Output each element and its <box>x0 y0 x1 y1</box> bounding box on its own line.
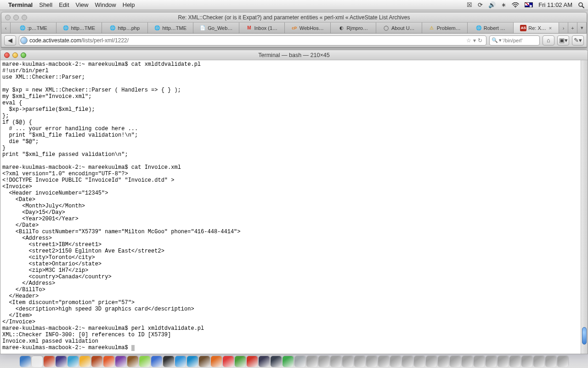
dock-app-icon[interactable] <box>509 356 520 367</box>
dock-app-icon[interactable] <box>283 356 294 367</box>
address-bar[interactable]: code.activestate.com /lists/perl-xml/122… <box>19 35 486 46</box>
search-field[interactable]: 🔍 ▾ '/bin/perl' <box>489 35 540 46</box>
flag-icon[interactable] <box>525 2 533 7</box>
dock-app-icon[interactable] <box>498 356 509 367</box>
menu-shell[interactable]: Shell <box>39 1 52 8</box>
tab-overflow-right[interactable]: › <box>559 23 568 33</box>
dock-app-icon[interactable] <box>486 356 497 367</box>
browser-tab[interactable]: 🌐http…TME <box>57 23 102 33</box>
dock-app-icon[interactable] <box>79 356 90 367</box>
browser-tab[interactable]: 🌐:p…TME <box>11 23 57 33</box>
dock-app-icon[interactable] <box>103 356 114 367</box>
notifications-icon[interactable]: ☒ <box>467 1 472 8</box>
dock-app-icon[interactable] <box>414 356 425 367</box>
wifi-icon[interactable] <box>512 2 519 8</box>
dock-app-icon[interactable] <box>20 356 31 367</box>
terminal-output[interactable]: maree-kuulmas-macbook-2:~ mareekuulma$ c… <box>0 60 588 354</box>
new-tab-button[interactable]: + <box>568 23 577 33</box>
minimize-button[interactable] <box>12 52 18 58</box>
browser-tab[interactable]: 🌐Robert … <box>468 23 514 33</box>
dock-app-icon[interactable] <box>378 356 389 367</box>
dock-app-icon[interactable] <box>32 356 43 367</box>
rss-icon[interactable]: ▾ <box>473 37 476 44</box>
dock-app-icon[interactable] <box>521 356 532 367</box>
bluetooth-icon[interactable]: ∗ <box>501 1 506 8</box>
safari-traffic-lights[interactable] <box>5 15 27 20</box>
dock-app-icon[interactable] <box>187 356 198 367</box>
dock-app-icon[interactable] <box>450 356 461 367</box>
site-favicon-icon <box>20 37 28 44</box>
zoom-button[interactable] <box>22 15 27 20</box>
dock-app-icon[interactable] <box>533 356 544 367</box>
zoom-button[interactable] <box>21 52 26 58</box>
dock-app-icon[interactable] <box>294 356 305 367</box>
bookmarks-button[interactable]: ▣▾ <box>557 35 569 46</box>
reload-icon[interactable]: ↻ <box>478 37 482 44</box>
tab-close-icon[interactable]: × <box>549 25 552 31</box>
tab-label: Problem… <box>437 25 461 31</box>
browser-tab[interactable]: ◐Rjmpro… <box>331 23 377 33</box>
browser-tab[interactable]: ⚠Problem… <box>422 23 468 33</box>
dock-app-icon[interactable] <box>402 356 413 367</box>
dock-app-icon[interactable] <box>426 356 437 367</box>
dock-app-icon[interactable] <box>330 356 341 367</box>
spotlight-icon[interactable] <box>578 2 584 8</box>
dock-app-icon[interactable] <box>474 356 485 367</box>
dock-app-icon[interactable] <box>438 356 449 367</box>
back-button[interactable]: ◀ <box>4 35 16 46</box>
browser-tab[interactable]: 🌐http…TME <box>148 23 194 33</box>
browser-tab[interactable]: ASRe: X…× <box>514 23 560 33</box>
close-button[interactable] <box>5 15 11 20</box>
dock-app-icon[interactable] <box>306 356 317 367</box>
browser-tab[interactable]: 🌐http…php <box>102 23 148 33</box>
menu-edit[interactable]: Edit <box>59 1 69 8</box>
browser-tab[interactable]: MInbox (1… <box>239 23 285 33</box>
browser-tab[interactable]: ◯About U… <box>376 23 422 33</box>
menu-window[interactable]: Window <box>95 1 116 8</box>
timemachine-icon[interactable]: ⟳ <box>478 1 483 8</box>
dock-app-icon[interactable] <box>259 356 270 367</box>
dock-app-icon[interactable] <box>68 356 79 367</box>
terminal-traffic-lights[interactable] <box>4 52 26 58</box>
dock-app-icon[interactable] <box>199 356 210 367</box>
app-name[interactable]: Terminal <box>8 1 33 8</box>
browser-tab[interactable]: cPWebHos… <box>285 23 331 33</box>
dock-app-icon[interactable] <box>175 356 186 367</box>
dock-app-icon[interactable] <box>211 356 222 367</box>
reader-icon[interactable]: ☆ <box>466 37 471 44</box>
browser-tab[interactable]: 📄Go_Web… <box>193 23 239 33</box>
dock-app-icon[interactable] <box>271 356 282 367</box>
dock-app-icon[interactable] <box>115 356 126 367</box>
minimize-button[interactable] <box>13 15 19 20</box>
menu-view[interactable]: View <box>76 1 89 8</box>
dock-app-icon[interactable] <box>342 356 353 367</box>
dock-app-icon[interactable] <box>366 356 377 367</box>
volume-icon[interactable]: 🔊 <box>488 1 496 8</box>
dock-app-icon[interactable] <box>235 356 246 367</box>
dock-app-icon[interactable] <box>247 356 258 367</box>
dock-app-icon[interactable] <box>91 356 102 367</box>
dock-app-icon[interactable] <box>545 356 556 367</box>
menu-help[interactable]: Help <box>123 1 135 8</box>
scrollbar-thumb[interactable] <box>582 327 587 345</box>
dock[interactable] <box>0 354 588 368</box>
dock-app-icon[interactable] <box>127 356 138 367</box>
dock-app-icon[interactable] <box>139 356 150 367</box>
dock-app-icon[interactable] <box>56 356 67 367</box>
dock-app-icon[interactable] <box>151 356 162 367</box>
dock-app-icon[interactable] <box>223 356 234 367</box>
dock-app-icon[interactable] <box>318 356 329 367</box>
dock-app-icon[interactable] <box>557 356 568 367</box>
terminal-scrollbar[interactable] <box>581 60 588 354</box>
home-button[interactable]: ⌂ <box>543 35 554 46</box>
dock-app-icon[interactable] <box>390 356 401 367</box>
dock-app-icon[interactable] <box>354 356 365 367</box>
tab-list-button[interactable]: ▾ <box>577 23 587 33</box>
close-button[interactable] <box>4 52 10 58</box>
dock-app-icon[interactable] <box>462 356 473 367</box>
dock-app-icon[interactable] <box>163 356 174 367</box>
inspector-button[interactable]: ✎▾ <box>572 35 584 46</box>
dock-app-icon[interactable] <box>44 356 55 367</box>
tab-overflow-left[interactable]: ‹ <box>1 23 11 33</box>
menubar-clock[interactable]: Fri 11:02 AM <box>538 1 572 8</box>
